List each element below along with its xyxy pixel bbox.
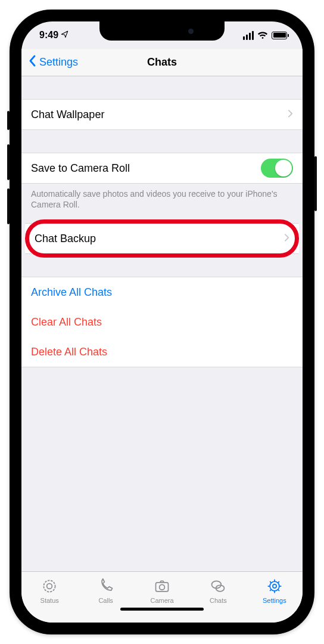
delete-all-cell[interactable]: Delete All Chats xyxy=(21,337,303,367)
svg-line-14 xyxy=(270,589,271,590)
tab-chats-label: Chats xyxy=(210,597,227,604)
svg-point-6 xyxy=(270,581,279,591)
svg-point-3 xyxy=(160,584,165,590)
chat-wallpaper-label: Chat Wallpaper xyxy=(31,109,288,121)
svg-line-13 xyxy=(278,589,279,590)
svg-point-0 xyxy=(44,580,55,592)
location-arrow-icon xyxy=(61,30,68,41)
camera-icon xyxy=(153,578,171,596)
delete-all-label: Delete All Chats xyxy=(31,346,293,358)
svg-point-1 xyxy=(47,583,52,589)
battery-icon xyxy=(272,32,287,39)
save-camera-roll-note: Automatically save photos and videos you… xyxy=(21,184,303,210)
svg-line-12 xyxy=(270,581,271,583)
chat-backup-cell[interactable]: Chat Backup xyxy=(25,224,299,253)
tab-chats[interactable]: Chats xyxy=(190,572,246,609)
tab-status-label: Status xyxy=(40,597,59,604)
status-icon xyxy=(40,578,58,596)
phone-icon xyxy=(97,578,115,596)
tab-settings[interactable]: Settings xyxy=(247,572,303,609)
chat-backup-label: Chat Backup xyxy=(35,233,284,245)
tab-calls[interactable]: Calls xyxy=(77,572,133,609)
content-area: Chat Wallpaper Save to Camera Roll Autom… xyxy=(21,76,303,571)
chat-wallpaper-cell[interactable]: Chat Wallpaper xyxy=(21,100,303,129)
tab-camera-label: Camera xyxy=(150,597,173,604)
wifi-icon xyxy=(257,31,268,39)
save-camera-roll-label: Save to Camera Roll xyxy=(31,162,261,175)
clear-all-label: Clear All Chats xyxy=(31,316,293,329)
chevron-left-icon xyxy=(29,55,37,70)
svg-point-7 xyxy=(273,584,276,587)
cell-signal-icon xyxy=(243,31,254,40)
nav-bar: Settings Chats xyxy=(21,49,303,76)
tab-camera[interactable]: Camera xyxy=(134,572,190,609)
tab-settings-label: Settings xyxy=(263,597,286,604)
device-notch xyxy=(99,21,225,41)
back-label: Settings xyxy=(39,56,78,69)
status-time-text: 9:49 xyxy=(39,30,58,41)
save-camera-roll-toggle[interactable] xyxy=(261,159,293,178)
chevron-right-icon xyxy=(284,233,289,245)
clear-all-cell[interactable]: Clear All Chats xyxy=(21,307,303,337)
chevron-right-icon xyxy=(288,109,293,121)
gear-icon xyxy=(266,578,284,596)
save-camera-roll-cell[interactable]: Save to Camera Roll xyxy=(21,153,303,183)
chats-icon xyxy=(209,578,227,596)
archive-all-cell[interactable]: Archive All Chats xyxy=(21,277,303,307)
status-time: 9:49 xyxy=(39,30,68,41)
tab-status[interactable]: Status xyxy=(21,572,77,609)
back-button[interactable]: Settings xyxy=(29,55,78,70)
svg-line-15 xyxy=(278,581,279,583)
archive-all-label: Archive All Chats xyxy=(31,286,293,299)
home-indicator[interactable] xyxy=(120,608,204,611)
tab-calls-label: Calls xyxy=(98,597,113,604)
tab-bar: Status Calls Camera xyxy=(21,571,303,623)
